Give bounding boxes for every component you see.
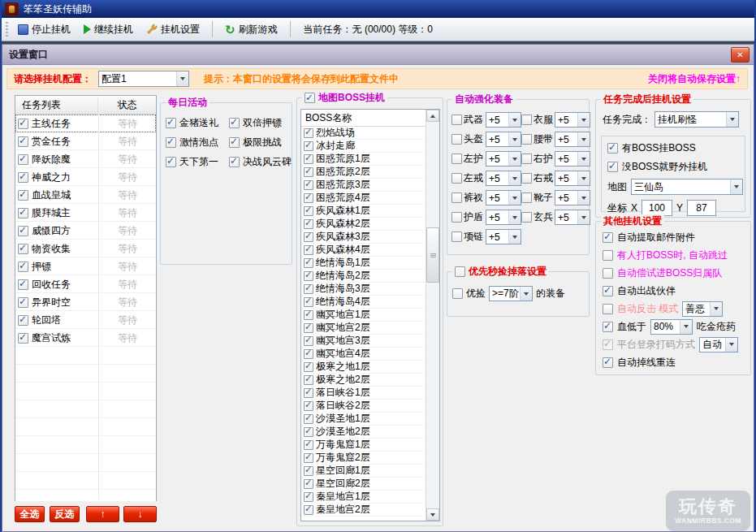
chevron-down-icon[interactable]: [508, 210, 521, 224]
enhance-checkbox[interactable]: [451, 115, 462, 125]
has-boss-checkbox[interactable]: [607, 143, 618, 154]
boss-checkbox[interactable]: [304, 206, 313, 216]
task-checkbox[interactable]: [18, 297, 28, 308]
auto-partner-checkbox[interactable]: [603, 286, 613, 296]
task-row[interactable]: 威慑四方 等待: [15, 222, 156, 240]
boss-checkbox[interactable]: [304, 245, 313, 255]
enhance-slot[interactable]: 项链 +5: [451, 229, 521, 244]
activity-checkbox[interactable]: [166, 137, 176, 148]
captcha-mode-select[interactable]: 自动: [699, 337, 738, 353]
chevron-down-icon[interactable]: [508, 152, 521, 166]
boss-checkbox[interactable]: [304, 297, 313, 307]
boss-checkbox[interactable]: [304, 349, 313, 359]
enhance-level-select[interactable]: +5: [486, 171, 521, 186]
boss-row[interactable]: 秦皇地宫1层: [301, 491, 426, 504]
boss-row[interactable]: 困惑荒原2层: [301, 166, 426, 179]
chevron-down-icon[interactable]: [508, 132, 521, 146]
chevron-down-icon[interactable]: [680, 320, 692, 334]
daily-activity-item[interactable]: 双倍押镖: [229, 116, 299, 130]
boss-checkbox[interactable]: [304, 258, 313, 268]
boss-row[interactable]: 困惑荒原3层: [301, 179, 426, 192]
chevron-down-icon[interactable]: [176, 71, 188, 86]
activity-checkbox[interactable]: [229, 118, 240, 128]
task-checkbox[interactable]: [18, 315, 28, 326]
task-row[interactable]: 血战皇城 等待: [15, 186, 156, 204]
boss-checkbox[interactable]: [304, 492, 313, 502]
chevron-down-icon[interactable]: [520, 287, 532, 301]
continue-button[interactable]: 继续挂机: [78, 20, 139, 39]
chevron-down-icon[interactable]: [577, 152, 590, 166]
auto-reconnect-row[interactable]: 自动掉线重连: [596, 353, 750, 371]
boss-row[interactable]: 疾风森林1层: [301, 205, 426, 218]
enhance-level-select[interactable]: +5: [555, 171, 590, 186]
low-hp-row[interactable]: 血低于 80% 吃金疮药: [596, 318, 750, 335]
chevron-down-icon[interactable]: [577, 191, 590, 205]
boss-row[interactable]: 落日峡谷1层: [301, 387, 426, 400]
boss-checkbox[interactable]: [304, 427, 313, 437]
task-row[interactable]: 回收任务 等待: [15, 275, 156, 293]
task-checkbox[interactable]: [18, 279, 28, 290]
enhance-level-select[interactable]: +5: [555, 112, 590, 128]
chevron-down-icon[interactable]: [577, 171, 590, 185]
task-checkbox[interactable]: [18, 172, 28, 183]
captcha-checkbox[interactable]: [603, 340, 613, 350]
task-checkbox[interactable]: [18, 226, 28, 236]
task-row[interactable]: 神威之力 等待: [15, 168, 156, 186]
boss-row[interactable]: 疾风森林4层: [301, 244, 426, 257]
enhance-checkbox[interactable]: [521, 115, 532, 125]
chevron-down-icon[interactable]: [577, 132, 590, 146]
boss-checkbox[interactable]: [304, 336, 313, 346]
mail-attachment-row[interactable]: 自动提取邮件附件: [596, 228, 750, 246]
boss-row[interactable]: 星空回廊2层: [301, 478, 426, 491]
task-row[interactable]: 主线任务 等待: [15, 115, 156, 132]
enhance-slot[interactable]: 武器 +5: [451, 112, 521, 128]
boss-row[interactable]: 绝情海岛3层: [301, 283, 426, 296]
enhance-checkbox[interactable]: [521, 173, 532, 184]
boss-checkbox[interactable]: [304, 310, 313, 320]
boss-checkbox[interactable]: [304, 414, 313, 424]
coord-y-input[interactable]: 87: [687, 200, 716, 216]
activity-checkbox[interactable]: [166, 157, 176, 167]
chevron-down-icon[interactable]: [508, 113, 521, 127]
pickup-checkbox[interactable]: [452, 288, 463, 299]
enhance-checkbox[interactable]: [451, 212, 462, 223]
chevron-down-icon[interactable]: [726, 112, 738, 127]
boss-row[interactable]: 疾风森林3层: [301, 231, 426, 244]
boss-row[interactable]: 星空回廊1层: [301, 465, 426, 478]
task-row[interactable]: 押镖 等待: [15, 257, 156, 275]
boss-checkbox[interactable]: [304, 453, 313, 463]
counter-mode-select[interactable]: 善恶: [682, 301, 723, 317]
skip-boss-checkbox[interactable]: [603, 250, 613, 261]
chevron-down-icon[interactable]: [577, 113, 590, 127]
boss-checkbox[interactable]: [304, 141, 313, 151]
boss-checkbox[interactable]: [304, 154, 313, 164]
boss-row[interactable]: 困惑荒原1层: [301, 153, 426, 166]
activity-checkbox[interactable]: [229, 157, 240, 167]
boss-checkbox[interactable]: [304, 219, 313, 229]
boss-checkbox[interactable]: [304, 284, 313, 294]
enhance-level-select[interactable]: +5: [555, 190, 590, 205]
boss-option-row[interactable]: 有BOSS挂BOSS: [602, 141, 745, 155]
boss-checkbox[interactable]: [304, 232, 313, 242]
enhance-checkbox[interactable]: [521, 212, 532, 223]
boss-row[interactable]: 沙漠圣地2层: [301, 426, 426, 439]
enhance-level-select[interactable]: +5: [486, 210, 521, 225]
boss-row[interactable]: 沙漠圣地1层: [301, 413, 426, 426]
scroll-down-icon[interactable]: [426, 508, 439, 521]
boss-row[interactable]: 幽冥地宫2层: [301, 322, 426, 335]
field-option-row[interactable]: 没BOSS就野外挂机: [602, 160, 745, 174]
enhance-level-select[interactable]: +5: [555, 151, 590, 167]
daily-activity-item[interactable]: 天下第一: [166, 155, 229, 169]
auto-partner-row[interactable]: 自动出战伙伴: [596, 282, 750, 300]
auto-counter-checkbox[interactable]: [603, 304, 613, 314]
task-row[interactable]: 物资收集 等待: [15, 240, 156, 257]
boss-checkbox[interactable]: [304, 323, 313, 333]
skip-boss-row[interactable]: 有人打BOSS时, 自动跳过: [596, 246, 750, 264]
boss-checkbox[interactable]: [304, 180, 313, 190]
task-checkbox[interactable]: [18, 154, 28, 165]
boss-row[interactable]: 绝情海岛4层: [301, 296, 426, 309]
enhance-slot[interactable]: 衣服 +5: [521, 112, 590, 128]
map-boss-checkbox[interactable]: [305, 93, 315, 103]
boss-checkbox[interactable]: [304, 193, 313, 203]
enhance-slot[interactable]: 右护 +5: [521, 151, 590, 167]
